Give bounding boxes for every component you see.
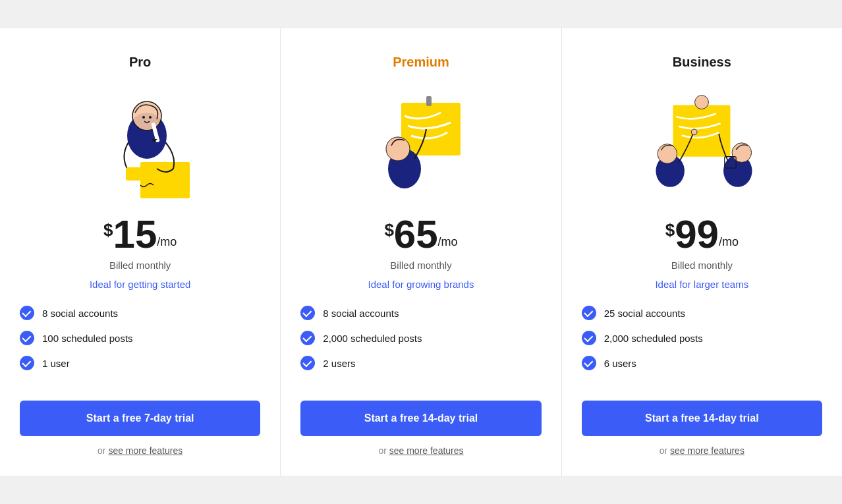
svg-point-14: [658, 144, 677, 164]
check-icon: [582, 331, 596, 345]
plan-card-premium: Premium $ 65 /mo Billed monthly Ideal fo…: [281, 28, 561, 476]
svg-point-19: [695, 96, 709, 109]
feature-text: 25 social accounts: [604, 308, 685, 319]
price-block: $ 65 /mo: [384, 215, 457, 254]
see-more: or see more features: [98, 445, 182, 456]
feature-text: 1 user: [42, 358, 70, 369]
svg-point-3: [142, 116, 145, 119]
check-icon: [20, 331, 34, 345]
feature-text: 8 social accounts: [42, 308, 118, 319]
ideal-text: Ideal for larger teams: [655, 279, 748, 290]
features-list: 25 social accounts 2,000 scheduled posts…: [582, 306, 822, 381]
feature-item: 8 social accounts: [20, 306, 260, 320]
check-icon: [20, 356, 34, 370]
svg-rect-8: [426, 96, 432, 106]
feature-item: 1 user: [20, 356, 260, 370]
trial-button[interactable]: Start a free 14-day trial: [300, 401, 541, 436]
svg-point-10: [386, 137, 410, 161]
plan-illustration: [636, 83, 768, 202]
plan-illustration: [355, 83, 487, 202]
svg-rect-0: [140, 162, 190, 198]
price-mo: /mo: [719, 235, 739, 249]
features-list: 8 social accounts 100 scheduled posts 1 …: [20, 306, 260, 381]
plan-title: Business: [673, 55, 731, 70]
feature-text: 6 users: [604, 358, 636, 369]
feature-item: 2,000 scheduled posts: [582, 331, 822, 345]
svg-rect-7: [401, 103, 461, 155]
price-block: $ 15 /mo: [103, 215, 177, 254]
svg-point-2: [132, 101, 161, 130]
plan-card-business: Business $ 99 /mo: [562, 28, 842, 476]
feature-item: 2 users: [300, 356, 541, 370]
plan-card-pro: Pro $ 15 /mo Billed monthly Ideal: [0, 28, 281, 476]
svg-point-4: [149, 116, 152, 119]
svg-point-17: [732, 143, 752, 163]
feature-text: 2,000 scheduled posts: [604, 333, 703, 344]
svg-rect-5: [126, 167, 146, 181]
feature-text: 8 social accounts: [323, 308, 399, 319]
features-list: 8 social accounts 2,000 scheduled posts …: [300, 306, 541, 381]
feature-text: 2 users: [323, 358, 355, 369]
plan-illustration: [74, 83, 206, 202]
feature-item: 8 social accounts: [300, 306, 541, 320]
feature-item: 2,000 scheduled posts: [300, 331, 541, 345]
price-amount: 99: [675, 215, 719, 254]
check-icon: [582, 356, 596, 370]
check-icon: [300, 306, 315, 320]
see-more-link[interactable]: see more features: [670, 445, 744, 456]
feature-item: 100 scheduled posts: [20, 331, 260, 345]
price-amount: 65: [394, 215, 438, 254]
billed-text: Billed monthly: [109, 260, 171, 271]
price-dollar: $: [384, 220, 393, 240]
feature-text: 2,000 scheduled posts: [323, 333, 422, 344]
price-amount: 15: [113, 215, 157, 254]
plan-title: Premium: [393, 55, 449, 70]
ideal-text: Ideal for getting started: [90, 279, 190, 290]
price-mo: /mo: [438, 235, 458, 249]
check-icon: [582, 306, 596, 320]
feature-text: 100 scheduled posts: [42, 333, 133, 344]
price-block: $ 99 /mo: [665, 215, 739, 254]
see-more: or see more features: [660, 445, 744, 456]
check-icon: [300, 331, 315, 345]
trial-button[interactable]: Start a free 14-day trial: [582, 401, 822, 436]
see-more: or see more features: [378, 445, 463, 456]
plans-container: Pro $ 15 /mo Billed monthly Ideal: [0, 15, 842, 489]
feature-item: 6 users: [582, 356, 822, 370]
svg-rect-11: [673, 105, 731, 156]
ideal-text: Ideal for growing brands: [368, 279, 474, 290]
feature-item: 25 social accounts: [582, 306, 822, 320]
price-mo: /mo: [157, 235, 177, 249]
see-more-link[interactable]: see more features: [389, 445, 464, 456]
check-icon: [20, 306, 34, 320]
trial-button[interactable]: Start a free 7-day trial: [20, 401, 260, 436]
price-dollar: $: [665, 220, 675, 240]
price-dollar: $: [103, 220, 113, 240]
see-more-link[interactable]: see more features: [108, 445, 182, 456]
plan-title: Pro: [129, 55, 151, 70]
billed-text: Billed monthly: [671, 260, 733, 271]
billed-text: Billed monthly: [390, 260, 451, 271]
svg-point-15: [692, 129, 698, 135]
check-icon: [300, 356, 315, 370]
